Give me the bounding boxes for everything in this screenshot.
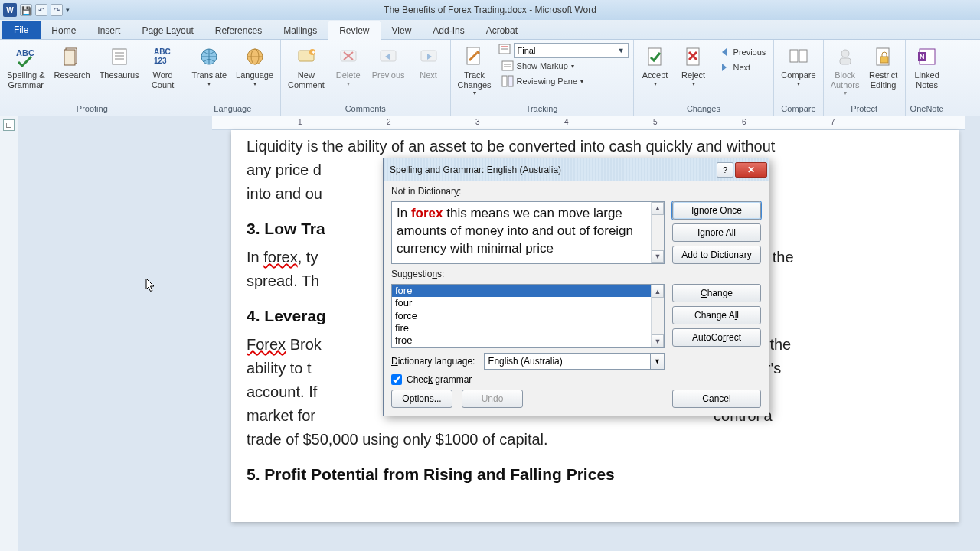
spelling-grammar-dialog: Spelling and Grammar: English (Australia… <box>383 158 769 416</box>
svg-text:ABC: ABC <box>16 48 34 57</box>
spelling-grammar-button[interactable]: ABCSpelling & Grammar <box>5 41 47 91</box>
not-in-dictionary-label: Not in Dictionary: <box>391 186 665 197</box>
body-text: trade of $50,000 using only $1000 of cap… <box>247 428 943 452</box>
ruler-tick: 3 <box>475 118 480 126</box>
next-comment-button[interactable]: Next <box>412 41 446 82</box>
suggestion-item[interactable]: four <box>392 297 664 309</box>
tab-acrobat[interactable]: Acrobat <box>475 21 528 39</box>
translate-button[interactable]: Translate▾ <box>190 41 229 89</box>
scroll-down-icon[interactable]: ▼ <box>652 334 664 347</box>
reject-button[interactable]: Reject▾ <box>677 41 710 89</box>
word-count-icon: ABC123 <box>151 44 175 69</box>
tab-review[interactable]: Review <box>328 21 381 40</box>
display-review-icon <box>498 43 511 58</box>
track-changes-button[interactable]: Track Changes▾ <box>456 41 494 98</box>
svg-text:ABC: ABC <box>154 47 171 56</box>
previous-change-button[interactable]: Previous <box>715 44 769 60</box>
suggestions-listbox[interactable]: fore four force fire froe ▲▼ <box>391 284 665 348</box>
check-grammar-checkbox[interactable]: Check grammar <box>391 374 665 385</box>
next-change-button[interactable]: Next <box>715 60 769 75</box>
chevron-down-icon: ▼ <box>618 47 625 54</box>
group-proofing: ABCSpelling & Grammar Research Thesaurus… <box>0 40 185 116</box>
accept-button[interactable]: Accept▾ <box>639 41 672 89</box>
word-count-button[interactable]: ABC123Word Count <box>146 41 180 91</box>
tab-view[interactable]: View <box>381 21 423 39</box>
reviewing-pane-button[interactable]: Reviewing Pane ▾ <box>498 73 629 89</box>
restrict-editing-button[interactable]: Restrict Editing <box>867 41 900 91</box>
tab-add-ins[interactable]: Add-Ins <box>422 21 475 39</box>
undo-icon[interactable]: ↶ <box>35 4 47 16</box>
language-button[interactable]: Language▾ <box>234 41 276 89</box>
textbox-scrollbar[interactable]: ▲▼ <box>651 202 664 263</box>
tab-file[interactable]: File <box>2 21 41 39</box>
change-button[interactable]: Change <box>672 284 761 302</box>
vertical-ruler: ∟ <box>0 116 18 551</box>
chevron-down-icon[interactable]: ▼ <box>650 354 664 369</box>
group-label-tracking: Tracking <box>456 103 629 116</box>
help-button[interactable]: ? <box>717 162 733 178</box>
tab-page-layout[interactable]: Page Layout <box>131 21 204 39</box>
thesaurus-button[interactable]: Thesaurus <box>97 41 142 82</box>
svg-text:123: 123 <box>154 57 167 65</box>
prev-comment-icon <box>376 44 400 69</box>
delete-comment-button[interactable]: Delete▾ <box>332 41 365 89</box>
new-comment-button[interactable]: ✦New Comment <box>286 41 327 91</box>
group-label-language: Language <box>190 103 276 116</box>
tab-mailings[interactable]: Mailings <box>273 21 328 39</box>
suggestion-item[interactable]: force <box>392 310 664 322</box>
block-authors-button[interactable]: Block Authors▾ <box>828 41 862 98</box>
compare-button[interactable]: Compare▾ <box>779 41 818 89</box>
close-button[interactable]: ✕ <box>735 162 767 178</box>
ignore-all-button[interactable]: Ignore All <box>672 223 761 242</box>
add-to-dictionary-button[interactable]: Add to Dictionary <box>672 246 761 264</box>
redo-icon[interactable]: ↷ <box>51 4 63 16</box>
tab-insert[interactable]: Insert <box>87 21 131 39</box>
ignore-once-button[interactable]: Ignore Once <box>672 201 761 220</box>
autocorrect-button[interactable]: AutoCorrect <box>672 328 761 347</box>
undo-button[interactable]: Undo <box>462 390 523 408</box>
previous-comment-button[interactable]: Previous <box>370 41 407 82</box>
suggestion-item[interactable]: froe <box>392 334 664 347</box>
linked-notes-button[interactable]: NLinked Notes <box>910 41 944 91</box>
ruler-tick: 1 <box>298 118 302 126</box>
compare-icon <box>786 44 811 69</box>
listbox-scrollbar[interactable]: ▲▼ <box>651 285 664 347</box>
window-title: The Benefits of Forex Trading.docx - Mic… <box>384 5 596 15</box>
horizontal-ruler[interactable]: 1 2 3 4 5 6 7 <box>212 116 965 130</box>
save-icon[interactable]: 💾 <box>20 4 32 16</box>
delete-comment-icon <box>336 44 361 69</box>
change-all-button[interactable]: Change All <box>672 306 761 324</box>
help-icon: ? <box>723 165 727 174</box>
spelling-error: Forex <box>247 336 286 353</box>
display-for-review-combo[interactable]: Final▼ <box>514 43 629 58</box>
svg-rect-29 <box>508 76 513 86</box>
qat-dropdown-icon[interactable]: ▾ <box>66 6 74 14</box>
suggestion-item[interactable]: fore <box>392 285 664 297</box>
dialog-titlebar[interactable]: Spelling and Grammar: English (Australia… <box>384 158 769 181</box>
next-comment-icon <box>416 44 441 69</box>
thesaurus-icon <box>107 44 132 69</box>
check-grammar-input[interactable] <box>391 374 402 385</box>
tab-home[interactable]: Home <box>41 21 87 39</box>
tab-references[interactable]: References <box>204 21 273 39</box>
restrict-icon <box>871 44 896 69</box>
tab-selector[interactable]: ∟ <box>3 119 15 131</box>
onenote-icon: N <box>915 44 939 69</box>
word-app-icon[interactable]: W <box>3 3 17 17</box>
svg-rect-28 <box>502 76 507 86</box>
suggestion-item[interactable]: fire <box>392 322 664 334</box>
show-markup-icon <box>501 60 514 72</box>
group-onenote: NLinked Notes OneNote <box>906 40 949 116</box>
show-markup-button[interactable]: Show Markup ▾ <box>498 58 629 73</box>
dictionary-language-combo[interactable]: English (Australia) ▼ <box>484 353 665 370</box>
research-button[interactable]: Research <box>52 41 93 82</box>
scroll-up-icon[interactable]: ▲ <box>652 285 664 298</box>
cancel-button[interactable]: Cancel <box>672 390 761 408</box>
context-textbox[interactable]: In forex this means we can move large am… <box>391 201 665 264</box>
svg-rect-2 <box>64 50 75 65</box>
scroll-up-icon[interactable]: ▲ <box>652 202 664 215</box>
svg-text:N: N <box>920 53 925 60</box>
options-button[interactable]: Options... <box>391 390 452 408</box>
scroll-down-icon[interactable]: ▼ <box>652 250 664 263</box>
group-label-changes: Changes <box>639 103 769 116</box>
